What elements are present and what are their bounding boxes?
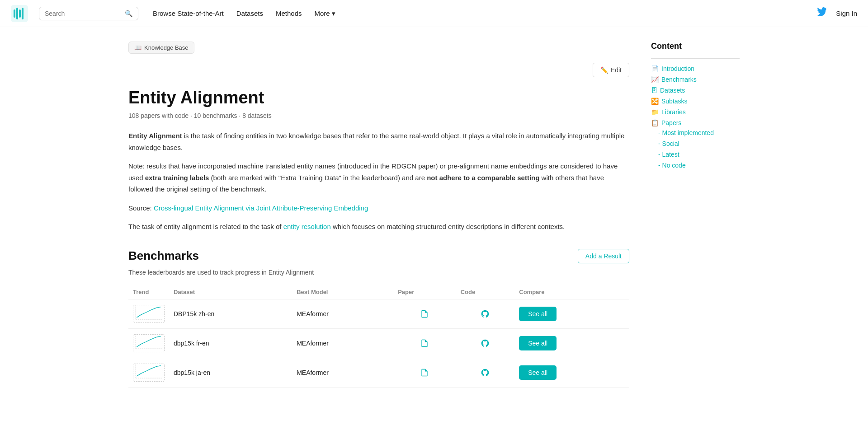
svg-rect-4 [22, 8, 24, 19]
compare-cell[interactable]: See all [514, 358, 629, 387]
source-paragraph: Source: Cross-lingual Entity Alignment v… [128, 202, 629, 214]
sidebar-nav: 📄 Introduction 📈 Benchmarks 🗄 Datasets 🔀 [651, 65, 740, 169]
code-cell[interactable] [456, 358, 515, 387]
benchmarks-section-header: Benchmarks Add a Result [128, 249, 629, 263]
edit-icon: ✏️ [600, 66, 608, 74]
sidebar-sub-latest[interactable]: - Latest [658, 151, 740, 158]
paper-cell[interactable] [393, 299, 456, 328]
nav-links: Browse State-of-the-Art Datasets Methods… [153, 9, 817, 18]
page-container: 📖 Knowledge Base ✏️ Edit Entity Alignmen… [118, 27, 750, 415]
github-icon[interactable] [461, 309, 510, 318]
nav-right: Sign In [817, 7, 857, 19]
book-icon: 📖 [134, 44, 142, 51]
intro-paragraph-1: Entity Alignment is the task of finding … [128, 130, 629, 153]
search-input[interactable] [45, 10, 123, 17]
logo[interactable] [11, 5, 28, 22]
entity-resolution-link[interactable]: entity resolution [283, 223, 331, 230]
chevron-down-icon: ▾ [332, 9, 335, 18]
paper-cell[interactable] [393, 328, 456, 358]
page-meta: 108 papers with code · 10 benchmarks · 8… [128, 112, 629, 119]
code-cell[interactable] [456, 299, 515, 328]
edit-button[interactable]: ✏️ Edit [593, 63, 629, 77]
see-all-button[interactable]: See all [519, 365, 557, 380]
svg-rect-7 [135, 364, 162, 378]
col-paper: Paper [393, 285, 456, 299]
sidebar-divider [651, 58, 740, 59]
task-paragraph: The task of entity alignment is related … [128, 221, 629, 233]
sidebar: Content 📄 Introduction 📈 Benchmarks 🗄 Da… [640, 27, 740, 415]
col-dataset: Dataset [169, 285, 292, 299]
dataset-cell: dbp15k fr-en [169, 328, 292, 358]
benchmarks-description: These leaderboards are used to track pro… [128, 269, 629, 276]
sidebar-item-libraries[interactable]: 📁 Libraries [651, 108, 740, 116]
add-result-button[interactable]: Add a Result [578, 249, 629, 263]
sidebar-item-subtasks[interactable]: 🔀 Subtasks [651, 98, 740, 105]
sidebar-item-papers[interactable]: 📋 Papers - Most implemented - Social - L… [651, 119, 740, 169]
chart-icon: 📈 [651, 76, 659, 83]
paper-cell[interactable] [393, 358, 456, 387]
nav-methods[interactable]: Methods [276, 9, 302, 17]
paper-link-icon[interactable] [398, 368, 452, 377]
subtask-icon: 🔀 [651, 98, 659, 105]
search-box[interactable]: 🔍 [39, 7, 138, 20]
dataset-cell: DBP15k zh-en [169, 299, 292, 328]
breadcrumb-label: Knowledge Base [144, 44, 189, 51]
github-icon[interactable] [461, 368, 510, 377]
sidebar-item-datasets[interactable]: 🗄 Datasets [651, 87, 740, 94]
benchmarks-table: Trend Dataset Best Model Paper Code Comp… [128, 285, 629, 388]
dataset-cell: dbp15k ja-en [169, 358, 292, 387]
edit-area: ✏️ Edit [128, 63, 629, 86]
trend-cell [128, 328, 169, 358]
col-compare: Compare [514, 285, 629, 299]
see-all-button[interactable]: See all [519, 336, 557, 350]
sidebar-item-introduction[interactable]: 📄 Introduction [651, 65, 740, 72]
sidebar-item-benchmarks[interactable]: 📈 Benchmarks [651, 76, 740, 83]
best-model-cell: MEAformer [292, 358, 393, 387]
svg-rect-1 [14, 9, 15, 18]
paper-link-icon[interactable] [398, 339, 452, 348]
table-header-row: Trend Dataset Best Model Paper Code Comp… [128, 285, 629, 299]
sign-in-button[interactable]: Sign In [836, 9, 857, 17]
compare-cell[interactable]: See all [514, 299, 629, 328]
sidebar-sub-most-implemented[interactable]: - Most implemented [658, 129, 740, 136]
nav-datasets[interactable]: Datasets [236, 9, 263, 17]
trend-cell [128, 358, 169, 387]
content-area: 📖 Knowledge Base ✏️ Edit Entity Alignmen… [128, 27, 640, 415]
paper-icon: 📋 [651, 119, 659, 126]
best-model-cell: MEAformer [292, 328, 393, 358]
sidebar-sub-no-code[interactable]: - No code [658, 162, 740, 169]
code-cell[interactable] [456, 328, 515, 358]
col-trend: Trend [128, 285, 169, 299]
intro-paragraph-2: Note: results that have incorporated mac… [128, 160, 629, 195]
svg-rect-5 [135, 305, 162, 319]
svg-rect-2 [16, 8, 18, 19]
twitter-icon[interactable] [817, 7, 827, 19]
table-row: dbp15k ja-en MEAformer See all [128, 358, 629, 387]
navbar: 🔍 Browse State-of-the-Art Datasets Metho… [0, 0, 868, 27]
compare-cell[interactable]: See all [514, 328, 629, 358]
trend-cell [128, 299, 169, 328]
paper-link-icon[interactable] [398, 309, 452, 318]
sidebar-sub-nav: - Most implemented - Social - Latest - N… [651, 129, 740, 169]
search-icon: 🔍 [125, 10, 132, 17]
source-link[interactable]: Cross-lingual Entity Alignment via Joint… [154, 204, 368, 212]
table-row: dbp15k fr-en MEAformer See all [128, 328, 629, 358]
svg-rect-3 [19, 9, 21, 18]
github-icon[interactable] [461, 339, 510, 348]
svg-rect-6 [135, 334, 162, 349]
doc-icon: 📄 [651, 65, 659, 72]
see-all-button[interactable]: See all [519, 307, 557, 321]
table-row: DBP15k zh-en MEAformer See all [128, 299, 629, 328]
sidebar-sub-social[interactable]: - Social [658, 140, 740, 147]
database-icon: 🗄 [651, 87, 657, 94]
col-best-model: Best Model [292, 285, 393, 299]
benchmarks-title: Benchmarks [128, 249, 199, 263]
nav-browse-sota[interactable]: Browse State-of-the-Art [153, 9, 224, 17]
best-model-cell: MEAformer [292, 299, 393, 328]
col-code: Code [456, 285, 515, 299]
sidebar-title: Content [651, 42, 740, 51]
breadcrumb[interactable]: 📖 Knowledge Base [128, 42, 194, 54]
nav-more[interactable]: More ▾ [314, 9, 335, 18]
lib-icon: 📁 [651, 108, 659, 116]
page-title: Entity Alignment [128, 88, 629, 107]
